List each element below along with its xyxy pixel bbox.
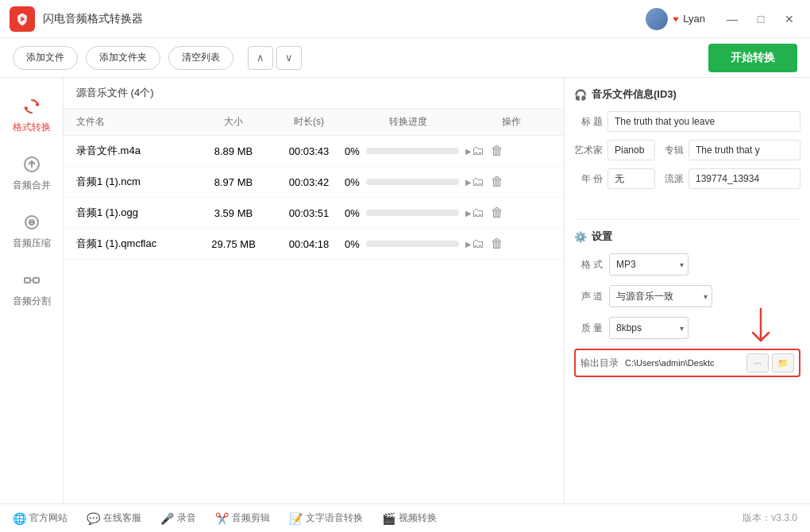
sidebar: 格式转换 音频合并 音频压缩 xyxy=(0,78,64,503)
file-actions-0: 🗂 🗑 xyxy=(472,144,551,158)
annotation-arrow xyxy=(713,305,777,353)
progress-arrow-0[interactable]: ▶ xyxy=(465,147,472,156)
divider xyxy=(574,219,800,220)
avatar xyxy=(646,8,668,30)
folder-icon-1[interactable]: 🗂 xyxy=(472,175,484,189)
minimize-button[interactable]: — xyxy=(721,8,743,30)
username: Lyan xyxy=(683,13,705,25)
toolbar: 添加文件 添加文件夹 清空列表 ∧ ∨ 开始转换 xyxy=(0,38,810,78)
album-label: 专辑 xyxy=(660,144,684,157)
sidebar-item-split[interactable]: 音频分割 xyxy=(0,260,63,318)
compress-icon xyxy=(21,211,43,233)
start-convert-button[interactable]: 开始转换 xyxy=(708,44,797,72)
genre-value[interactable]: 139774_13934 xyxy=(688,168,800,189)
add-file-button[interactable]: 添加文件 xyxy=(13,46,78,70)
format-select[interactable]: MP3AACFLACWAVOGG xyxy=(609,253,688,276)
version-label: 版本：v3.3.0 xyxy=(742,511,797,525)
music-info-section: 🎧 音乐文件信息(ID3) 标 题 The truth that you lea… xyxy=(574,87,800,197)
settings-title: ⚙️ 设置 xyxy=(574,229,800,244)
channel-select[interactable]: 与源音乐一致单声道立体声 xyxy=(609,285,712,307)
clip-icon: ✂️ xyxy=(215,512,229,525)
bottom-support[interactable]: 💬 在线客服 xyxy=(87,511,141,525)
progress-bar-3 xyxy=(366,241,459,247)
clear-list-button[interactable]: 清空列表 xyxy=(168,46,233,70)
title-label: 标 题 xyxy=(574,115,603,129)
bottom-clip[interactable]: ✂️ 音频剪辑 xyxy=(215,511,270,525)
user-area: ♥ Lyan xyxy=(646,8,705,30)
folder-icon-0[interactable]: 🗂 xyxy=(472,144,484,158)
genre-label: 流派 xyxy=(660,172,684,186)
format-row: 格 式 MP3AACFLACWAVOGG xyxy=(574,253,800,276)
folder-icon-3[interactable]: 🗂 xyxy=(472,237,484,251)
output-more-button[interactable]: ··· xyxy=(746,353,769,372)
channel-select-wrap: 与源音乐一致单声道立体声 xyxy=(609,285,712,307)
delete-icon-1[interactable]: 🗑 xyxy=(491,175,503,189)
file-duration-0: 00:03:43 xyxy=(273,145,345,157)
output-dir-label: 输出目录 xyxy=(580,357,619,370)
delete-icon-3[interactable]: 🗑 xyxy=(491,237,503,251)
progress-arrow-2[interactable]: ▶ xyxy=(465,209,472,218)
file-progress-cell-1: 0% ▶ xyxy=(345,176,472,188)
file-progress-cell-2: 0% ▶ xyxy=(345,207,472,219)
website-icon: 🌐 xyxy=(13,512,26,525)
sidebar-item-compress[interactable]: 音频压缩 xyxy=(0,202,63,260)
bottom-website[interactable]: 🌐 官方网站 xyxy=(13,511,68,525)
table-row: 录音文件.m4a 8.89 MB 00:03:43 0% ▶ 🗂 🗑 xyxy=(64,136,564,167)
artist-label: 艺术家 xyxy=(574,144,603,157)
bottom-tts[interactable]: 📝 文字语音转换 xyxy=(289,511,363,525)
progress-text-0: 0% xyxy=(345,145,360,157)
window-controls: — □ ✕ xyxy=(721,8,800,30)
app-title: 闪电音频格式转换器 xyxy=(43,12,646,26)
table-row: 音频1 (1).qmcflac 29.75 MB 00:04:18 0% ▶ 🗂… xyxy=(64,229,564,260)
file-actions-1: 🗂 🗑 xyxy=(472,175,551,189)
add-folder-button[interactable]: 添加文件夹 xyxy=(86,46,160,70)
sidebar-label-format: 格式转换 xyxy=(13,121,51,134)
title-row: 标 题 The truth that you leave xyxy=(574,111,800,132)
progress-arrow-3[interactable]: ▶ xyxy=(465,240,472,249)
file-name-0: 录音文件.m4a xyxy=(76,144,194,158)
delete-icon-2[interactable]: 🗑 xyxy=(491,206,503,220)
progress-bar-2 xyxy=(366,210,459,216)
progress-text-3: 0% xyxy=(345,238,360,250)
sidebar-item-merge[interactable]: 音频合并 xyxy=(0,144,63,202)
table-row: 音频1 (1).ogg 3.59 MB 00:03:51 0% ▶ 🗂 🗑 xyxy=(64,198,564,229)
file-actions-3: 🗂 🗑 xyxy=(472,237,551,251)
progress-bar-1 xyxy=(366,179,459,185)
bottom-video[interactable]: 🎬 视频转换 xyxy=(382,511,437,525)
output-folder-button[interactable]: 📁 xyxy=(772,353,794,372)
svg-rect-5 xyxy=(33,278,39,283)
delete-icon-0[interactable]: 🗑 xyxy=(491,144,503,158)
merge-icon xyxy=(21,153,43,175)
col-filename: 文件名 xyxy=(76,115,194,129)
format-select-wrap: MP3AACFLACWAVOGG xyxy=(609,253,688,276)
bottom-record[interactable]: 🎤 录音 xyxy=(160,511,196,525)
year-value[interactable]: 无 xyxy=(608,168,655,189)
move-up-button[interactable]: ∧ xyxy=(248,46,273,70)
sidebar-label-merge: 音频合并 xyxy=(13,179,51,192)
quality-select-wrap: 8kbps64kbps128kbps192kbps320kbps xyxy=(609,317,688,339)
format-icon xyxy=(21,95,43,118)
folder-icon-2[interactable]: 🗂 xyxy=(472,206,484,220)
album-value[interactable]: The truth that y xyxy=(688,140,800,160)
file-progress-cell-0: 0% ▶ xyxy=(345,145,472,157)
file-size-1: 8.97 MB xyxy=(194,176,273,188)
file-name-3: 音频1 (1).qmcflac xyxy=(76,237,194,251)
progress-arrow-1[interactable]: ▶ xyxy=(465,178,472,187)
file-area: 源音乐文件 (4个) 文件名 大小 时长(s) 转换进度 操作 录音文件.m4a… xyxy=(64,78,564,503)
titlebar: 闪电音频格式转换器 ♥ Lyan — □ ✕ xyxy=(0,0,810,38)
title-value[interactable]: The truth that you leave xyxy=(608,111,800,132)
svg-rect-4 xyxy=(25,278,30,283)
file-size-3: 29.75 MB xyxy=(194,238,273,250)
heart-icon: ♥ xyxy=(673,13,678,25)
quality-select[interactable]: 8kbps64kbps128kbps192kbps320kbps xyxy=(609,317,688,339)
col-progress: 转换进度 xyxy=(345,115,472,129)
artist-value[interactable]: Pianob xyxy=(608,140,655,160)
file-duration-1: 00:03:42 xyxy=(273,176,345,188)
sidebar-item-format[interactable]: 格式转换 xyxy=(0,86,63,144)
support-icon: 💬 xyxy=(87,512,100,525)
file-duration-2: 00:03:51 xyxy=(273,207,345,219)
maximize-button[interactable]: □ xyxy=(750,8,772,30)
gear-icon: ⚙️ xyxy=(574,231,587,243)
move-down-button[interactable]: ∨ xyxy=(276,46,302,70)
close-button[interactable]: ✕ xyxy=(778,8,800,30)
